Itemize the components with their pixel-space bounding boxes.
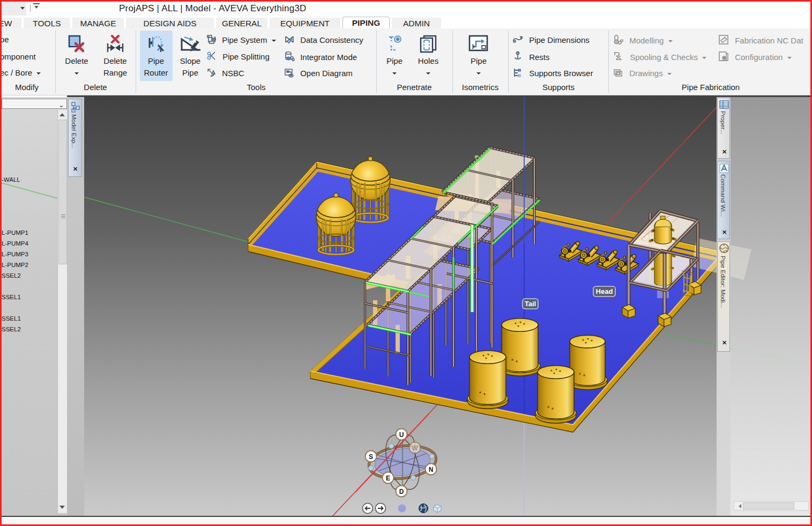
- svg-text:N: N: [429, 466, 434, 473]
- svg-text:Tail: Tail: [525, 300, 536, 308]
- svg-text:Head: Head: [596, 287, 613, 295]
- svg-text:W: W: [412, 444, 418, 452]
- svg-text:S: S: [369, 453, 373, 461]
- svg-text:D: D: [399, 488, 404, 495]
- svg-text:U: U: [399, 431, 404, 439]
- svg-text:E: E: [386, 475, 390, 482]
